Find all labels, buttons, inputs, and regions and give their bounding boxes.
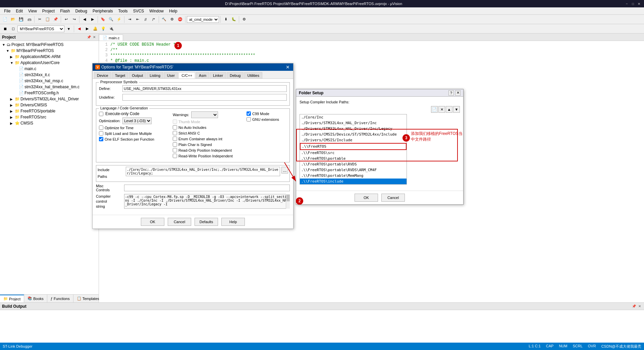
tree-freertos-port[interactable]: ▶ 📁 FreeRTOS/portable	[1, 108, 98, 114]
build-pin-btn[interactable]: 📌	[632, 304, 636, 309]
tb-download[interactable]: ⬇	[222, 16, 229, 23]
tree-mybearpi[interactable]: ▼ 📁 MYBearPiFreeRTOS	[1, 48, 98, 54]
stmmsp-label: stm32l4xx_hal_msp.c	[24, 79, 63, 83]
mainc-icon: 📄	[19, 66, 24, 71]
menu-tools[interactable]: Tools	[116, 8, 130, 14]
tab-books-label: Books	[33, 297, 44, 301]
tree-cmsis[interactable]: ▶ ⭐ CMSIS	[1, 120, 98, 126]
tb-stop[interactable]: ⛔	[176, 16, 184, 23]
tb-bookmark[interactable]: 🔖	[99, 16, 107, 23]
tb-settings[interactable]: ⚙	[240, 16, 248, 23]
tree-root[interactable]: ▼ 🗂 Project: MYBearPiFreeRTOS	[1, 42, 98, 48]
menu-peripherals[interactable]: Peripherals	[90, 8, 116, 14]
tb2-btn4[interactable]: ◀	[75, 25, 83, 33]
expand-appcore[interactable]: ▼	[10, 61, 14, 65]
tb-copy[interactable]: 📋	[44, 16, 51, 23]
editor-content[interactable]: 1 /* USER CODE BEGIN Header */ 2 /** 3 *…	[99, 41, 644, 302]
menu-edit[interactable]: Edit	[13, 8, 25, 14]
tb2-btn3[interactable]: ▼	[65, 25, 72, 33]
tb-comment[interactable]: //	[142, 16, 149, 23]
code-line-4: 4 * @file : main.c	[100, 58, 643, 64]
stmit-icon: 📄	[19, 72, 24, 77]
line-num-42: 42	[100, 79, 110, 85]
tb-new[interactable]: 📄	[1, 16, 9, 23]
tb-indent[interactable]: ⇥	[126, 16, 133, 23]
tb-save[interactable]: 💾	[17, 16, 25, 23]
tree-drivers-cmsis[interactable]: ▶ 📁 Drivers/CMSIS	[1, 102, 98, 108]
tree-appcore[interactable]: ▼ 📁 Application/User/Core	[1, 60, 98, 66]
tb-debug[interactable]: 🐛	[230, 16, 237, 23]
tb2-btn6[interactable]: 🔔	[92, 25, 99, 33]
editor-tab-main[interactable]: 📄 main.c	[99, 35, 123, 41]
close-button[interactable]: ✕	[637, 1, 641, 6]
tb-back[interactable]: ◀	[81, 16, 88, 23]
tb2-btn1[interactable]: ◼	[1, 25, 9, 33]
menu-debug[interactable]: Debug	[73, 8, 90, 14]
tb-fwd[interactable]: ▶	[89, 16, 96, 23]
tree-stmmsp[interactable]: ▶ 📄 stm32l4xx_hal_msp.c	[1, 78, 98, 84]
tb-paste[interactable]: 📌	[52, 16, 59, 23]
tree-stmit[interactable]: ▶ 📄 stm32l4xx_it.c	[1, 72, 98, 78]
menu-flash[interactable]: Flash	[57, 8, 72, 14]
menu-file[interactable]: File	[1, 8, 13, 14]
maximize-button[interactable]: □	[631, 1, 635, 6]
tree-mainc[interactable]: ▶ 📄 main.c	[1, 66, 98, 72]
target-dropdown[interactable]: at_cmd_mode	[187, 16, 219, 23]
build-close-btn[interactable]: ✕	[637, 304, 642, 309]
tb-outdent[interactable]: ⇤	[134, 16, 141, 23]
separator2	[61, 16, 61, 23]
window-title: D:\Project\BearPi FreeRTOS Project\MYBea…	[3, 2, 625, 6]
line-num-5: 5	[100, 64, 110, 69]
tb-cut[interactable]: ✂	[36, 16, 43, 23]
expand-root[interactable]: ▼	[2, 43, 6, 47]
menu-project[interactable]: Project	[40, 8, 57, 14]
tb2-btn7[interactable]: 💡	[100, 25, 107, 33]
tab-templates[interactable]: 📋 Templates	[73, 295, 103, 302]
tb-undo[interactable]: ↩	[62, 16, 70, 23]
freertos-src-icon: 📁	[15, 115, 20, 119]
tab-books[interactable]: 📚 Books	[24, 295, 47, 302]
expand-freertos-port[interactable]: ▶	[10, 109, 14, 113]
expand-drivers-cmsis[interactable]: ▶	[10, 103, 14, 107]
status-caps: CAP	[546, 344, 554, 349]
tb2-btn8[interactable]: 🔌	[108, 25, 115, 33]
minimize-button[interactable]: −	[625, 1, 629, 6]
title-bar: D:\Project\BearPi FreeRTOS Project\MYBea…	[0, 0, 644, 7]
tree-drivers-hal[interactable]: ▶ 📁 Drivers/STM32L4xx_HAL_Driver	[1, 96, 98, 102]
tb2-btn2[interactable]: ◻	[9, 25, 17, 33]
menu-window[interactable]: Window	[147, 8, 166, 14]
tree-freertoscfg[interactable]: ▶ 📄 FreeRTOSConfig.h	[1, 90, 98, 96]
tree-mdk[interactable]: ▶ 📁 Application/MDK-ARM	[1, 54, 98, 60]
tab-functions[interactable]: ƒ Functions	[47, 295, 73, 302]
tree-freertos-src[interactable]: ▶ 📁 FreeRTOS/src	[1, 114, 98, 120]
code-line-42: 42 /* Private variables ----------------…	[100, 79, 643, 85]
separator4	[98, 16, 98, 23]
tb-rebuild[interactable]: ⚙	[168, 16, 176, 23]
menu-svcs[interactable]: SVCS	[130, 8, 147, 14]
panel-pin-btn[interactable]: 📌	[87, 35, 91, 40]
tb-saveall[interactable]: 🗃	[25, 16, 33, 23]
tb-open[interactable]: 📂	[9, 16, 17, 23]
tab-project[interactable]: 📁 Project	[0, 295, 24, 302]
menu-help[interactable]: Help	[166, 8, 180, 14]
tb-uncomment[interactable]: /*	[150, 16, 157, 23]
mybearpi-label: MYBearPiFreeRTOS	[16, 48, 54, 53]
tb2-btn5[interactable]: ▶	[84, 25, 91, 33]
panel-close-btn[interactable]: ✕	[92, 35, 97, 40]
expand-mdk[interactable]: ▶	[10, 55, 14, 59]
appcore-icon: 📁	[15, 60, 20, 65]
expand-drivers-hal[interactable]: ▶	[10, 97, 14, 101]
root-icon: 🗂	[7, 42, 11, 47]
expand-mybearpi[interactable]: ▼	[6, 49, 10, 53]
menu-view[interactable]: View	[25, 8, 40, 14]
tb-redo[interactable]: ↪	[70, 16, 78, 23]
tree-stmtim[interactable]: ▶ 📄 stm32l4xx_hal_timebase_tim.c	[1, 84, 98, 90]
expand-freertos-src[interactable]: ▶	[10, 115, 14, 119]
tb-build[interactable]: 🔨	[160, 16, 168, 23]
separator5	[124, 16, 124, 23]
expand-cmsis[interactable]: ▶	[10, 121, 14, 125]
separator6	[159, 16, 159, 23]
tb-find[interactable]: 🔍	[107, 16, 115, 23]
target-dropdown2[interactable]: MYBearPiFreeRTOS	[17, 26, 64, 32]
tb-goto[interactable]: ⚡	[115, 16, 123, 23]
